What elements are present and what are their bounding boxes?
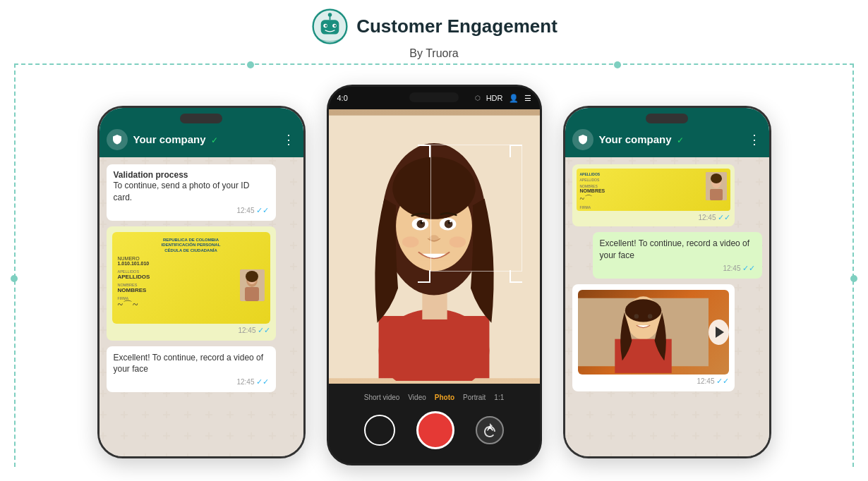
camera-face — [329, 109, 540, 384]
corner-tr — [418, 145, 430, 157]
bubble-video-time: 12:45 ✓✓ — [114, 377, 269, 386]
small-id-left: APELLIDOS APELLIDOS NOMBRES NOMBRES ~⌒ F… — [580, 172, 706, 207]
wa-header-right-content: Your company ✓ — [572, 129, 685, 150]
small-id-card: APELLIDOS APELLIDOS NOMBRES NOMBRES ~⌒ F… — [577, 169, 730, 211]
logo-group: Customer Engagement — [311, 7, 557, 46]
play-triangle — [716, 327, 724, 338]
focus-rect — [430, 145, 522, 272]
id-card-bubble-right: APELLIDOS APELLIDOS NOMBRES NOMBRES ~⌒ F… — [572, 164, 735, 226]
id-card-title: REPUBLICA DE COLOMBIA IDENTIFICACIÓN PER… — [118, 238, 265, 254]
svg-point-30 — [402, 236, 418, 248]
id-time-right: 12:45 ✓✓ — [577, 213, 730, 222]
statusbar-hdr-label: ⬡ — [475, 95, 481, 102]
corner-tl — [510, 145, 522, 157]
svg-rect-16 — [378, 316, 489, 378]
bubble-video-right-time: 12:45 ✓✓ — [600, 264, 755, 273]
svg-point-34 — [711, 173, 722, 183]
video-thumbnail[interactable] — [578, 290, 729, 375]
mode-shortvideo[interactable]: Short video — [364, 394, 400, 401]
statusbar-time: 4:0 — [337, 94, 348, 102]
mode-11[interactable]: 1:1 — [494, 394, 504, 401]
id-photo-svg — [240, 269, 265, 301]
id-card-time: 12:45 ✓✓ — [112, 326, 270, 335]
small-id-label1: APELLIDOS — [580, 178, 706, 182]
svg-rect-35 — [710, 189, 723, 200]
camera-controls: Short video Video Photo Portrait 1:1 — [329, 384, 540, 463]
camera-ui: 4:0 ⬡ HDR 👤 ☰ — [329, 87, 540, 463]
small-id-sig: ~⌒ — [580, 193, 706, 205]
chat-body-left: Validation process To continue, send a p… — [100, 157, 303, 458]
id-card-info: APELLIDOS APELLIDOS NOMBRES NOMBRES FIRM… — [118, 269, 240, 310]
svg-point-8 — [328, 13, 332, 17]
camera-shutter-button[interactable] — [416, 411, 454, 449]
phone-notch-right — [646, 114, 688, 123]
corner-bl — [510, 270, 522, 283]
statusbar-center-group: ⬡ HDR 👤 ☰ — [475, 94, 531, 103]
camera-gallery-button[interactable] — [364, 415, 395, 446]
phone-center: 4:0 ⬡ HDR 👤 ☰ — [327, 85, 542, 465]
bubble-validation-time: 12:45 ✓✓ — [114, 206, 269, 215]
chat-bubble-validation: Validation process To continue, send a p… — [107, 164, 276, 221]
statusbar-person-icon: 👤 — [509, 94, 519, 103]
dot-right — [614, 61, 621, 68]
video-bubble: 12:45 ✓✓ — [572, 284, 735, 391]
mode-photo[interactable]: Photo — [435, 394, 454, 401]
id-card-left: REPUBLICA DE COLOMBIA IDENTIFICACIÓN PER… — [112, 232, 270, 324]
id-card-number-row: NUMERO 1.010.101.010 — [118, 256, 265, 266]
play-button[interactable] — [709, 319, 729, 345]
dashed-border-top — [14, 63, 854, 65]
signature-line: ~⌒~ — [118, 300, 240, 310]
shield-svg-right — [577, 134, 589, 145]
check-right-id: ✓✓ — [718, 213, 730, 222]
phone-notch-left — [180, 114, 222, 123]
svg-point-6 — [334, 25, 337, 27]
phone-left: Your company ✓ ⋮ Validation process To c… — [97, 106, 306, 458]
menu-dots-left[interactable]: ⋮ — [282, 132, 296, 147]
check-right-1: ✓✓ — [742, 264, 755, 273]
wa-company-left: Your company ✓ — [133, 133, 219, 146]
header-title: Customer Engagement — [356, 16, 557, 37]
svg-point-27 — [421, 220, 423, 222]
video-time: 12:45 ✓✓ — [578, 377, 729, 386]
dot-left — [247, 61, 254, 68]
svg-point-13 — [246, 271, 258, 282]
chat-bubble-video-right: Excellent! To continue, record a video o… — [593, 232, 762, 279]
check-mark-id: ✓✓ — [258, 326, 270, 335]
bubble-validation-title: Validation process — [114, 170, 269, 180]
id-card-sig: FIRMA ~⌒~ — [118, 296, 240, 310]
wa-company-right: Your company ✓ — [599, 133, 685, 146]
statusbar-hdr: HDR — [486, 94, 503, 102]
verified-icon-right: ✓ — [677, 135, 684, 145]
camera-modes: Short video Video Photo Portrait 1:1 — [329, 389, 540, 406]
wa-header-left-content: Your company ✓ — [107, 129, 219, 150]
small-id-photo — [706, 172, 727, 200]
camera-flip-button[interactable] — [476, 416, 504, 444]
svg-point-5 — [325, 25, 327, 27]
menu-dots-right[interactable]: ⋮ — [748, 132, 762, 147]
header-subtitle: By Truora — [409, 47, 458, 60]
small-id-nombres-val: NOMBRES — [580, 188, 706, 193]
small-id-firma-label: FIRMA — [580, 205, 706, 209]
phone-right: Your company ✓ ⋮ APELLIDOS APELLIDOS NOM… — [563, 106, 771, 458]
check-mark-1: ✓✓ — [256, 206, 269, 215]
check-right-video: ✓✓ — [716, 377, 729, 386]
mode-video[interactable]: Video — [408, 394, 426, 401]
shield-icon-right — [572, 129, 593, 150]
bubble-video-right-text: Excellent! To continue, record a video o… — [600, 238, 755, 262]
chat-bubble-video: Excellent! To continue, record a video o… — [107, 346, 276, 393]
company-name-left: Your company — [133, 133, 206, 145]
flip-icon — [483, 423, 497, 437]
bubble-video-text: Excellent! To continue, record a video o… — [114, 352, 269, 376]
statusbar-menu-icon: ☰ — [524, 94, 531, 103]
svg-point-38 — [625, 299, 661, 322]
mode-portrait[interactable]: Portrait — [463, 394, 486, 401]
shield-icon-left — [107, 129, 128, 150]
phone-notch-center — [409, 92, 459, 102]
header: Customer Engagement By Truora — [0, 7, 868, 60]
small-id-photo-svg — [706, 172, 727, 200]
phones-container: Your company ✓ ⋮ Validation process To c… — [0, 85, 868, 481]
video-face-svg — [578, 290, 709, 375]
check-mark-2: ✓✓ — [256, 377, 269, 386]
svg-point-40 — [634, 314, 638, 318]
small-id-title: APELLIDOS — [580, 172, 706, 176]
